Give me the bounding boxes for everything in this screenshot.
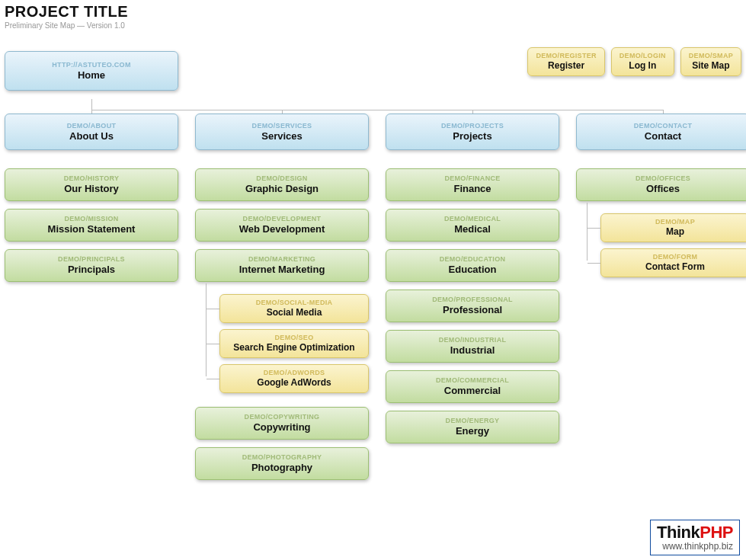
node-medical[interactable]: DEMO/MEDICALMedical bbox=[386, 209, 559, 242]
util-register[interactable]: DEMO/REGISTER Register bbox=[527, 47, 604, 76]
node-mission[interactable]: DEMO/MISSION Mission Statement bbox=[5, 209, 178, 242]
node-home[interactable]: HTTP://ASTUTEO.COM Home bbox=[5, 51, 178, 91]
connector bbox=[91, 99, 92, 110]
header: PROJECT TITLE Preliminary Site Map — Ver… bbox=[0, 0, 746, 37]
node-about[interactable]: DEMO/ABOUT About Us bbox=[5, 114, 178, 150]
node-services[interactable]: DEMO/SERVICES Services bbox=[195, 114, 369, 150]
util-login[interactable]: DEMO/LOGIN Log In bbox=[611, 47, 674, 76]
col-about: DEMO/ABOUT About Us DEMO/HISTORY Our His… bbox=[5, 114, 178, 282]
node-marketing[interactable]: DEMO/MARKETING Internet Marketing bbox=[195, 249, 369, 282]
node-commercial[interactable]: DEMO/COMMERCIALCommercial bbox=[386, 370, 559, 403]
node-history[interactable]: DEMO/HISTORY Our History bbox=[5, 168, 178, 201]
node-energy[interactable]: DEMO/ENERGYEnergy bbox=[386, 411, 559, 443]
node-professional[interactable]: DEMO/PROFESSIONALProfessional bbox=[386, 290, 559, 322]
node-social-media[interactable]: DEMO/SOCIAL-MEDIA Social Media bbox=[219, 294, 369, 323]
node-design[interactable]: DEMO/DESIGN Graphic Design bbox=[195, 168, 369, 201]
offices-sub: DEMO/MAP Map DEMO/FORM Contact Form bbox=[576, 213, 746, 277]
logo-url: www.thinkphp.biz bbox=[657, 541, 733, 552]
logo-text: ThinkPHP bbox=[657, 523, 733, 542]
node-contact-form[interactable]: DEMO/FORM Contact Form bbox=[600, 248, 746, 277]
node-finance[interactable]: DEMO/FINANCEFinance bbox=[386, 168, 559, 201]
util-sitemap[interactable]: DEMO/SMAP Site Map bbox=[680, 47, 741, 76]
node-development[interactable]: DEMO/DEVELOPMENT Web Development bbox=[195, 209, 369, 242]
node-education[interactable]: DEMO/EDUCATIONEducation bbox=[386, 249, 559, 282]
projects-children: DEMO/FINANCEFinance DEMO/MEDICALMedical … bbox=[386, 168, 559, 443]
columns: DEMO/ABOUT About Us DEMO/HISTORY Our His… bbox=[0, 114, 746, 480]
node-projects[interactable]: DEMO/PROJECTS Projects bbox=[386, 114, 559, 150]
page-title: PROJECT TITLE bbox=[5, 3, 746, 21]
node-map[interactable]: DEMO/MAP Map bbox=[600, 213, 746, 242]
marketing-sub: DEMO/SOCIAL-MEDIA Social Media DEMO/SEO … bbox=[195, 294, 369, 393]
about-children: DEMO/HISTORY Our History DEMO/MISSION Mi… bbox=[5, 168, 178, 282]
node-adwords[interactable]: DEMO/ADWORDS Google AdWords bbox=[219, 364, 369, 393]
page-subtitle: Preliminary Site Map — Version 1.0 bbox=[5, 21, 746, 30]
node-photography[interactable]: DEMO/PHOTOGRAPHY Photography bbox=[195, 447, 369, 480]
node-copywriting[interactable]: DEMO/COPYWRITING Copywriting bbox=[195, 407, 369, 440]
logo[interactable]: ThinkPHP www.thinkphp.biz bbox=[650, 520, 740, 555]
utility-links: DEMO/REGISTER Register DEMO/LOGIN Log In… bbox=[527, 47, 741, 76]
node-offices[interactable]: DEMO/OFFICES Offices bbox=[576, 168, 746, 201]
col-contact: DEMO/CONTACT Contact DEMO/OFFICES Office… bbox=[576, 114, 746, 277]
node-industrial[interactable]: DEMO/INDUSTRIALIndustrial bbox=[386, 330, 559, 363]
node-seo[interactable]: DEMO/SEO Search Engine Optimization bbox=[219, 329, 369, 358]
connector bbox=[91, 110, 663, 110]
col-projects: DEMO/PROJECTS Projects DEMO/FINANCEFinan… bbox=[386, 114, 559, 443]
col-services: DEMO/SERVICES Services DEMO/DESIGN Graph… bbox=[195, 114, 369, 480]
contact-children: DEMO/OFFICES Offices DEMO/MAP Map DEMO/F… bbox=[576, 168, 746, 277]
node-principals[interactable]: DEMO/PRINCIPALS Principals bbox=[5, 249, 178, 282]
node-contact[interactable]: DEMO/CONTACT Contact bbox=[576, 114, 746, 150]
services-children: DEMO/DESIGN Graphic Design DEMO/DEVELOPM… bbox=[195, 168, 369, 480]
